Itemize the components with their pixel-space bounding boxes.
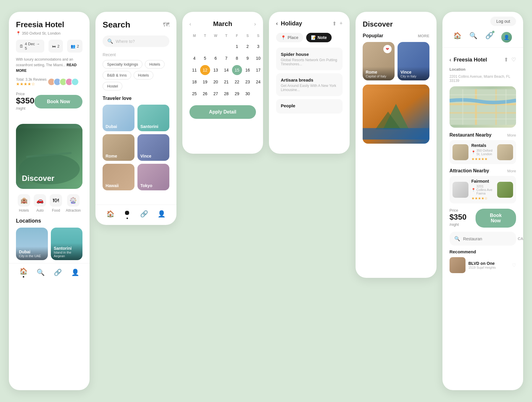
day-17[interactable]: 17 [253, 65, 263, 75]
dest-rome[interactable]: Rome [103, 134, 134, 161]
day-15-selected[interactable]: 15 [232, 65, 242, 75]
apply-detail-button[interactable]: Apply Detail [189, 105, 256, 119]
day-9[interactable]: 9 [243, 53, 253, 63]
nav-profile[interactable]: 👤 [71, 269, 79, 276]
day-24[interactable]: 24 [253, 77, 263, 87]
day-4[interactable]: 4 [189, 53, 200, 63]
logout-button[interactable]: Log out [490, 17, 516, 26]
location-dubai[interactable]: Dubai City in the UAE [16, 228, 48, 260]
tag-hostel[interactable]: Hostel [103, 82, 122, 90]
fairmont-info: Fairmont 📍 3201 Collins Ave Faena ★★★★☆ [471, 179, 494, 200]
day-16[interactable]: 16 [243, 65, 253, 75]
location-icon: 📍 [16, 31, 21, 35]
restaurant-more[interactable]: More [507, 133, 516, 137]
calendar-grid: M T W T F S S 1 2 3 4 5 6 7 8 9 10 11 12 [189, 33, 256, 99]
day-27[interactable]: 27 [211, 89, 221, 99]
day-3[interactable]: 3 [253, 41, 263, 51]
day-28[interactable]: 28 [221, 89, 231, 99]
snav-search[interactable]: ⏺ [124, 209, 130, 219]
day-22[interactable]: 22 [232, 77, 242, 87]
detail-back-button[interactable]: ‹ [450, 57, 451, 63]
detail-book-button[interactable]: Book Now [476, 209, 516, 228]
prev-month-button[interactable]: ‹ [189, 21, 191, 27]
location-santorini[interactable]: Santorini Island in the Aegean [51, 228, 83, 260]
day-8[interactable]: 8 [232, 53, 242, 63]
restaurant-search-box[interactable]: 🔍 CANCEL [450, 232, 516, 246]
day-2[interactable]: 2 [243, 41, 253, 51]
snav-home[interactable]: 🏠 [106, 210, 114, 218]
discover-tokyo[interactable]: Discover more in Tokyo City Exploring [363, 85, 429, 144]
discover-label: Discover [22, 174, 54, 183]
day-11[interactable]: 11 [189, 65, 200, 75]
fairmont-item[interactable]: Fairmont 📍 3201 Collins Ave Faena ★★★★☆ [450, 176, 516, 203]
heart-icon-rome[interactable]: ❤ [383, 45, 392, 53]
dest-dubai[interactable]: Dubai [103, 105, 134, 131]
day-6[interactable]: 6 [211, 53, 221, 63]
day-13[interactable]: 13 [211, 65, 221, 75]
day-29[interactable]: 29 [232, 89, 242, 99]
restaurant-nearby: Restaurant Nearby More Rentals 📍 350 Oxf… [450, 132, 516, 164]
favorite-icon[interactable]: ♡ [511, 56, 516, 63]
day-14[interactable]: 14 [221, 65, 231, 75]
category-attraction[interactable]: 🎡 Attraction [66, 194, 81, 213]
add-icon[interactable]: + [340, 20, 343, 27]
recommend-blvd[interactable]: BLVD on One 1519 Sujaf Heights ♡ [450, 257, 516, 273]
dest-hawaii[interactable]: Hawaii [103, 164, 134, 190]
svg-rect-14 [462, 89, 463, 125]
day-10[interactable]: 10 [253, 53, 263, 63]
day-12-today[interactable]: 12 [200, 65, 210, 75]
nav-home[interactable]: 🏠 [20, 268, 27, 278]
holiday-back-button[interactable]: ‹ [276, 20, 278, 27]
dest-tokyo[interactable]: Tokyo [137, 164, 169, 190]
map-icon[interactable]: 🗺 [163, 21, 169, 29]
nav-search[interactable]: 🔍 [37, 269, 45, 276]
tag-hotels2[interactable]: Hotels [134, 71, 153, 80]
more-button[interactable]: MORE [418, 34, 429, 38]
tnav-search[interactable]: 🔍 [469, 32, 477, 43]
share-icon[interactable]: ⬆ [332, 20, 337, 27]
snav-share[interactable]: 🔗 [140, 210, 148, 218]
share-icon[interactable]: ⬆ [504, 56, 508, 63]
dest-santorini[interactable]: Santorini [137, 105, 169, 131]
next-month-button[interactable]: › [254, 21, 256, 27]
day-21[interactable]: 21 [221, 77, 231, 87]
day-23[interactable]: 23 [243, 77, 253, 87]
day-18[interactable]: 18 [189, 77, 200, 87]
tag-hotels[interactable]: Hotels [145, 60, 165, 69]
day-19[interactable]: 19 [200, 77, 210, 87]
nav-share[interactable]: 🔗 [54, 269, 62, 276]
note-icon: 📝 [311, 35, 316, 40]
day-25[interactable]: 25 [189, 89, 200, 99]
blvd-heart-icon[interactable]: ♡ [512, 262, 516, 268]
search-input[interactable]: Where to? [116, 39, 164, 44]
snav-profile[interactable]: 👤 [158, 210, 166, 218]
rentals-item[interactable]: Rentals 📍 350 Oxford St, London ★★★★★ [450, 140, 516, 164]
tab-place[interactable]: 📍 Place [276, 33, 303, 42]
tag-bnb[interactable]: B&B & Inns [103, 71, 131, 80]
tnav-share[interactable]: 🔗 [485, 32, 493, 43]
tnav-home[interactable]: 🏠 [453, 32, 461, 43]
day-30[interactable]: 30 [243, 89, 253, 99]
tag-specialty[interactable]: Specialty lodgings [103, 60, 142, 69]
category-hotels[interactable]: 🏨 Hotels [18, 194, 30, 213]
book-now-button[interactable]: Book Now [34, 95, 82, 108]
day-20[interactable]: 20 [211, 77, 221, 87]
disc-vince[interactable]: Vince City in Italy [398, 42, 429, 80]
dest-vince[interactable]: Vince [137, 134, 169, 161]
category-auto[interactable]: 🚗 Auto [34, 194, 46, 213]
day-26[interactable]: 26 [200, 89, 210, 99]
search-bar[interactable]: 🔍 Where to? [103, 35, 169, 47]
disc-rome[interactable]: ❤ Rome Capital of Italy [363, 42, 395, 80]
day-7[interactable]: 7 [221, 53, 231, 63]
attraction-more[interactable]: More [507, 169, 516, 173]
tab-note[interactable]: 📝 Note [306, 33, 332, 42]
restaurant-search-input[interactable] [463, 236, 515, 241]
day-1[interactable]: 1 [232, 41, 242, 51]
list-item-people: People [276, 99, 343, 114]
day-5[interactable]: 5 [200, 53, 210, 63]
attraction-icon: 🎡 [67, 194, 80, 207]
user-avatar[interactable]: 👤 [501, 32, 512, 43]
category-food[interactable]: 🍽 Food [50, 194, 62, 213]
map-view[interactable] [450, 86, 516, 128]
cancel-button[interactable]: CANCEL [518, 236, 523, 241]
